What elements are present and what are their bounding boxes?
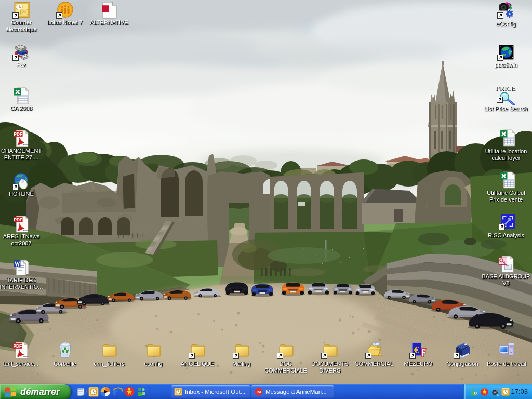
svg-text:IM: IM: [257, 390, 261, 394]
